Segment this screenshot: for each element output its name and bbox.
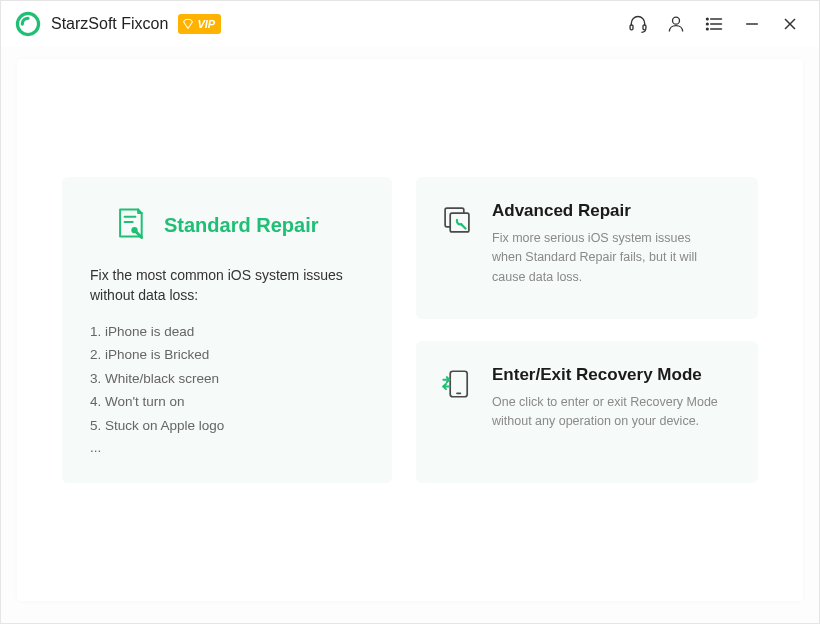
standard-repair-title: Standard Repair [164,214,318,237]
advanced-repair-icon [440,203,474,241]
title-icons [627,13,801,35]
svg-point-8 [707,28,709,30]
standard-repair-card[interactable]: Standard Repair Fix the most common iOS … [62,177,392,483]
svg-point-4 [707,18,709,20]
svg-point-0 [17,13,38,34]
close-icon[interactable] [779,13,801,35]
advanced-repair-title: Advanced Repair [492,201,734,221]
support-icon[interactable] [627,13,649,35]
svg-point-3 [673,17,680,24]
standard-repair-subtitle: Fix the most common iOS system issues wi… [90,265,364,306]
svg-point-6 [707,23,709,25]
app-title: StarzSoft Fixcon [51,15,168,33]
list-item: 3. White/black screen [90,367,364,391]
list-item: 2. iPhone is Bricked [90,343,364,367]
list-item: 5. Stuck on Apple logo [90,414,364,438]
vip-badge[interactable]: VIP [178,14,221,34]
brand-logo-icon [15,11,41,37]
standard-repair-icon [112,205,148,245]
recovery-mode-title: Enter/Exit Recovery Mode [492,365,734,385]
advanced-repair-desc: Fix more serious iOS system issues when … [492,229,722,287]
titlebar: StarzSoft Fixcon VIP [1,1,819,47]
standard-repair-list: 1. iPhone is dead 2. iPhone is Bricked 3… [90,320,364,438]
recovery-mode-card[interactable]: Enter/Exit Recovery Mode One click to en… [416,341,758,483]
recovery-mode-icon [440,367,474,405]
menu-icon[interactable] [703,13,725,35]
recovery-mode-desc: One click to enter or exit Recovery Mode… [492,393,722,432]
list-item: 4. Won't turn on [90,390,364,414]
minimize-icon[interactable] [741,13,763,35]
list-item: 1. iPhone is dead [90,320,364,344]
advanced-repair-card[interactable]: Advanced Repair Fix more serious iOS sys… [416,177,758,319]
vip-label: VIP [197,18,215,30]
list-ellipsis: ... [90,440,364,455]
main-content: Standard Repair Fix the most common iOS … [17,59,803,601]
account-icon[interactable] [665,13,687,35]
app-window: StarzSoft Fixcon VIP [0,0,820,624]
vip-diamond-icon [182,18,194,30]
